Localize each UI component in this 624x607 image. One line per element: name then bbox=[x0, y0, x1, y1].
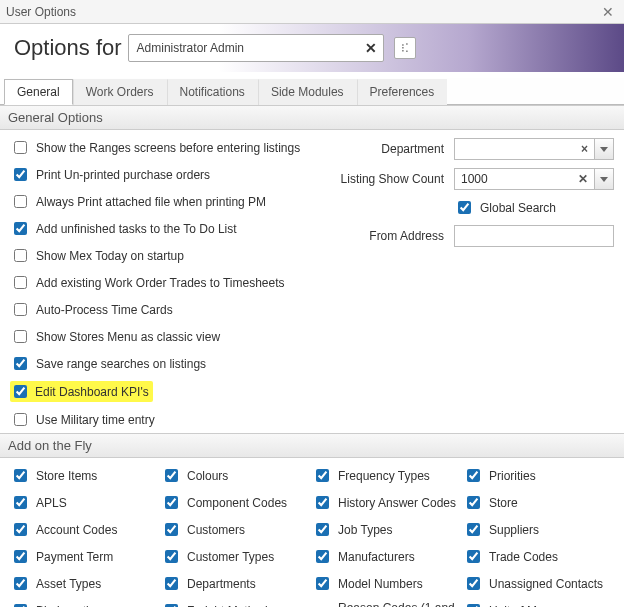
checkbox-label: Store bbox=[489, 496, 518, 510]
addonfly-checkbox[interactable]: Customer Types bbox=[161, 547, 312, 566]
addonfly-checkbox[interactable]: Suppliers bbox=[463, 520, 614, 539]
checkbox-label: Show Stores Menu as classic view bbox=[36, 330, 220, 344]
addonfly-checkbox[interactable]: Reason Codes (1 and 2) bbox=[312, 601, 463, 607]
addonfly-checkbox[interactable]: Model Numbers bbox=[312, 574, 463, 593]
addonfly-checkbox[interactable]: APLS bbox=[10, 493, 161, 512]
option-checkbox[interactable]: Show Stores Menu as classic view bbox=[10, 327, 332, 346]
checkbox-input[interactable] bbox=[14, 141, 27, 154]
lookup-icon: ⁝⁚ bbox=[401, 41, 409, 55]
addonfly-checkbox[interactable]: Component Codes bbox=[161, 493, 312, 512]
tab-general[interactable]: General bbox=[4, 79, 73, 105]
addonfly-checkbox[interactable]: Account Codes bbox=[10, 520, 161, 539]
from-address-input[interactable] bbox=[454, 225, 614, 247]
checkbox-input[interactable] bbox=[467, 469, 480, 482]
checkbox-label: Payment Term bbox=[36, 550, 113, 564]
checkbox-input[interactable] bbox=[165, 496, 178, 509]
global-search-checkbox[interactable]: Global Search bbox=[454, 198, 556, 217]
addonfly-checkbox[interactable]: Asset Types bbox=[10, 574, 161, 593]
addonfly-checkbox[interactable]: Unit of Measure bbox=[463, 601, 614, 607]
department-dropdown-button[interactable] bbox=[594, 138, 614, 160]
option-checkbox[interactable]: Always Print attached file when printing… bbox=[10, 192, 332, 211]
listing-count-combo[interactable]: 1000 ✕ bbox=[454, 168, 614, 190]
addonfly-checkbox[interactable]: Payment Term bbox=[10, 547, 161, 566]
listing-count-dropdown-button[interactable] bbox=[594, 168, 614, 190]
checkbox-input[interactable] bbox=[316, 550, 329, 563]
listing-count-input[interactable]: 1000 ✕ bbox=[454, 168, 594, 190]
checkbox-input[interactable] bbox=[316, 496, 329, 509]
addonfly-checkbox[interactable]: Trade Codes bbox=[463, 547, 614, 566]
checkbox-input[interactable] bbox=[14, 469, 27, 482]
addonfly-checkbox[interactable]: Bin Location bbox=[10, 601, 161, 607]
highlighted-option[interactable]: Edit Dashboard KPI's bbox=[10, 381, 153, 402]
checkbox-input[interactable] bbox=[14, 303, 27, 316]
checkbox-input[interactable] bbox=[14, 168, 27, 181]
addonfly-checkbox[interactable]: Freight Method bbox=[161, 601, 312, 607]
clear-user-icon[interactable]: ✕ bbox=[359, 40, 383, 56]
checkbox-input[interactable] bbox=[165, 577, 178, 590]
addonfly-checkbox[interactable]: Priorities bbox=[463, 466, 614, 485]
addonfly-checkbox[interactable]: Store bbox=[463, 493, 614, 512]
title-bar: User Options ✕ bbox=[0, 0, 624, 24]
addonfly-checkbox[interactable]: Colours bbox=[161, 466, 312, 485]
checkbox-input[interactable] bbox=[14, 249, 27, 262]
label-listing-count: Listing Show Count bbox=[332, 172, 450, 186]
checkbox-label: Customer Types bbox=[187, 550, 274, 564]
checkbox-input[interactable] bbox=[14, 195, 27, 208]
option-checkbox[interactable]: Show Mex Today on startup bbox=[10, 246, 332, 265]
tab-notifications[interactable]: Notifications bbox=[167, 79, 258, 105]
user-picker[interactable]: Administrator Admin ✕ bbox=[128, 34, 384, 62]
checkbox-input[interactable] bbox=[14, 550, 27, 563]
listing-count-clear-icon[interactable]: ✕ bbox=[578, 172, 588, 186]
option-checkbox[interactable]: Use Military time entry bbox=[10, 410, 332, 429]
addonfly-body: Store ItemsAPLSAccount CodesPayment Term… bbox=[0, 458, 624, 607]
checkbox-input[interactable] bbox=[14, 413, 27, 426]
option-checkbox[interactable]: Add existing Work Order Trades to Timesh… bbox=[10, 273, 332, 292]
option-checkbox[interactable]: Auto-Process Time Cards bbox=[10, 300, 332, 319]
checkbox-input[interactable] bbox=[14, 276, 27, 289]
addonfly-checkbox[interactable]: Store Items bbox=[10, 466, 161, 485]
checkbox-input[interactable] bbox=[467, 496, 480, 509]
checkbox-input[interactable] bbox=[165, 523, 178, 536]
checkbox-input[interactable] bbox=[14, 496, 27, 509]
checkbox-input[interactable] bbox=[467, 577, 480, 590]
addonfly-checkbox[interactable]: History Answer Codes bbox=[312, 493, 463, 512]
option-checkbox[interactable]: Show the Ranges screens before entering … bbox=[10, 138, 332, 157]
checkbox-input[interactable] bbox=[14, 357, 27, 370]
option-checkbox[interactable]: Add unfinished tasks to the To Do List bbox=[10, 219, 332, 238]
addonfly-checkbox[interactable]: Manufacturers bbox=[312, 547, 463, 566]
checkbox-input[interactable] bbox=[316, 523, 329, 536]
department-combo[interactable]: × bbox=[454, 138, 614, 160]
row-global-search: Global Search bbox=[332, 198, 614, 217]
checkbox-label: Asset Types bbox=[36, 577, 101, 591]
checkbox-input[interactable] bbox=[165, 550, 178, 563]
checkbox-input[interactable] bbox=[14, 222, 27, 235]
checkbox-input[interactable] bbox=[467, 523, 480, 536]
option-checkbox[interactable]: Edit Dashboard KPI's bbox=[10, 381, 332, 402]
user-lookup-button[interactable]: ⁝⁚ bbox=[394, 37, 416, 59]
department-input[interactable]: × bbox=[454, 138, 594, 160]
checkbox-input[interactable] bbox=[14, 523, 27, 536]
checkbox-input[interactable] bbox=[14, 330, 27, 343]
department-clear-icon[interactable]: × bbox=[581, 142, 588, 156]
addonfly-checkbox[interactable]: Unassigned Contacts bbox=[463, 574, 614, 593]
checkbox-label: Component Codes bbox=[187, 496, 287, 510]
general-options-body: Show the Ranges screens before entering … bbox=[0, 130, 624, 433]
checkbox-input[interactable] bbox=[14, 385, 27, 398]
addonfly-checkbox[interactable]: Customers bbox=[161, 520, 312, 539]
checkbox-input[interactable] bbox=[316, 469, 329, 482]
option-checkbox[interactable]: Save range searches on listings bbox=[10, 354, 332, 373]
tab-work-orders[interactable]: Work Orders bbox=[73, 79, 167, 105]
addonfly-checkbox[interactable]: Departments bbox=[161, 574, 312, 593]
checkbox-input[interactable] bbox=[467, 550, 480, 563]
checkbox-label: Show the Ranges screens before entering … bbox=[36, 141, 300, 155]
checkbox-input[interactable] bbox=[165, 469, 178, 482]
checkbox-input[interactable] bbox=[14, 577, 27, 590]
tab-side-modules[interactable]: Side Modules bbox=[258, 79, 357, 105]
checkbox-input[interactable] bbox=[316, 577, 329, 590]
addonfly-checkbox[interactable]: Frequency Types bbox=[312, 466, 463, 485]
tab-preferences[interactable]: Preferences bbox=[357, 79, 448, 105]
addonfly-checkbox[interactable]: Job Types bbox=[312, 520, 463, 539]
global-search-input[interactable] bbox=[458, 201, 471, 214]
close-icon[interactable]: ✕ bbox=[598, 4, 618, 20]
option-checkbox[interactable]: Print Un-printed purchase orders bbox=[10, 165, 332, 184]
